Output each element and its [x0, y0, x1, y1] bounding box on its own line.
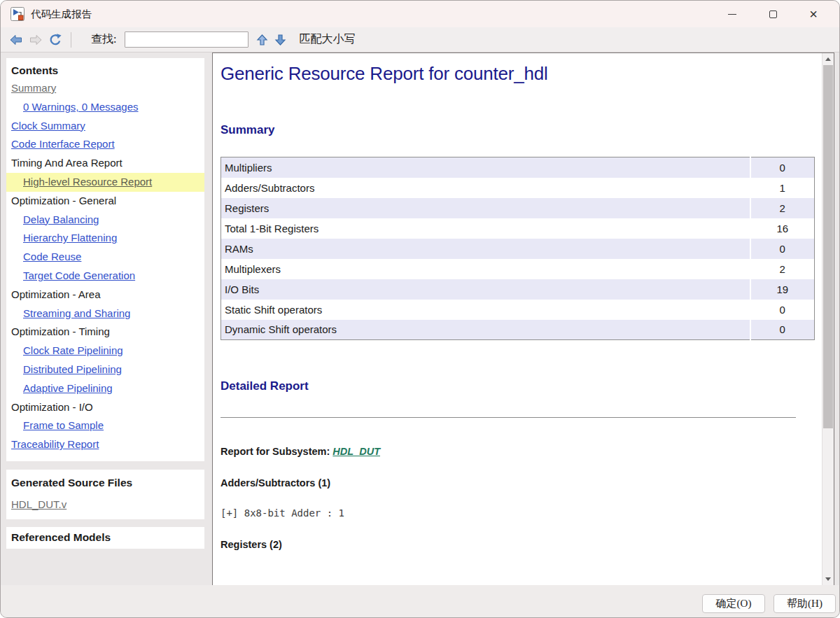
scrollbar-up-button[interactable] [822, 53, 834, 65]
sidebar-item-streaming-and-sharing[interactable]: Streaming and Sharing [6, 304, 204, 323]
sidebar-item-distributed-pipelining[interactable]: Distributed Pipelining [6, 360, 204, 379]
sidebar-item-delay-balancing[interactable]: Delay Balancing [6, 211, 204, 230]
sidebar-item-code-interface-report[interactable]: Code Interface Report [6, 135, 204, 154]
window-title: 代码生成报告 [31, 8, 92, 21]
summary-table-row: RAMs0 [221, 239, 815, 259]
sidebar-item-clock-rate-pipelining[interactable]: Clock Rate Pipelining [6, 342, 204, 360]
summary-table-row: Adders/Subtractors1 [221, 178, 815, 198]
match-case-toggle[interactable]: 匹配大小写 [299, 32, 355, 47]
back-button[interactable] [6, 30, 26, 50]
summary-table-row: Multiplexers2 [221, 259, 815, 279]
resource-value: 2 [750, 259, 815, 279]
sidebar-item-traceability-report[interactable]: Traceability Report [6, 435, 204, 454]
summary-table-row: I/O Bits19 [221, 279, 815, 300]
contents-nav-list: Summary0 Warnings, 0 MessagesClock Summa… [6, 79, 204, 454]
subsystem-link[interactable]: HDL_DUT [332, 446, 380, 457]
resource-value: 16 [750, 218, 815, 239]
resource-label: Registers [221, 198, 750, 218]
find-previous-button[interactable] [253, 31, 271, 49]
down-arrow-icon [274, 34, 286, 46]
sidebar-item-high-level-resource-report[interactable]: High-level Resource Report [6, 173, 204, 192]
find-input[interactable] [125, 31, 248, 48]
subsystem-label: Report for Subsystem: [220, 446, 330, 457]
summary-table-row: Multipliers0 [221, 157, 815, 178]
resource-label: RAMs [221, 239, 750, 259]
report-title: Generic Resource Report for counter_hdl [220, 63, 803, 85]
contents-title: Contents [6, 62, 204, 79]
help-button[interactable]: 帮助(H) [774, 594, 836, 613]
resource-label: Static Shift operators [221, 300, 750, 320]
close-button[interactable]: × [793, 1, 834, 27]
summary-table-row: Total 1-Bit Registers16 [221, 218, 815, 239]
sidebar-item-optimization-general: Optimization - General [6, 192, 204, 211]
divider [220, 417, 796, 418]
sidebar-item-target-code-generation[interactable]: Target Code Generation [6, 267, 204, 286]
detail-section-heading: Registers (2) [220, 539, 803, 550]
titlebar: 代码生成报告 × [1, 1, 839, 27]
generated-file-link[interactable]: HDL_DUT.v [11, 498, 66, 510]
resource-value: 0 [750, 300, 815, 320]
up-arrow-icon [256, 34, 268, 46]
resource-value: 0 [750, 320, 815, 340]
resource-label: Adders/Subtractors [221, 178, 750, 198]
detail-section-heading: Adders/Subtractors (1) [220, 477, 803, 489]
find-label: 查找: [91, 32, 116, 47]
scroll-down-icon [825, 577, 831, 581]
close-icon: × [809, 7, 818, 21]
find-toolbar: 查找: 匹配大小写 [1, 27, 839, 52]
resource-value: 1 [750, 178, 815, 198]
contents-panel: Contents Summary0 Warnings, 0 MessagesCl… [6, 58, 204, 461]
resource-value: 2 [750, 198, 815, 218]
resource-label: Total 1-Bit Registers [221, 218, 750, 239]
vertical-scrollbar[interactable] [822, 53, 834, 585]
scroll-up-icon [825, 57, 831, 61]
resource-label: Multiplexers [221, 259, 750, 279]
minimize-icon [728, 14, 736, 15]
summary-heading: Summary [220, 123, 803, 137]
resource-value: 19 [750, 279, 815, 300]
sidebar-item-timing-and-area-report: Timing And Area Report [6, 154, 204, 173]
simulink-app-icon [10, 7, 24, 21]
resource-value: 0 [750, 157, 815, 178]
subsystem-line: Report for Subsystem: HDL_DUT [220, 446, 803, 457]
sidebar-item-adaptive-pipelining[interactable]: Adaptive Pipelining [6, 379, 204, 398]
dialog-footer: 确定(O) 帮助(H) [1, 585, 839, 617]
sidebar-item-frame-to-sample[interactable]: Frame to Sample [6, 416, 204, 435]
sidebar-item-summary[interactable]: Summary [6, 79, 204, 98]
maximize-icon [769, 10, 777, 18]
window-controls: × [712, 1, 834, 27]
back-arrow-icon [9, 33, 23, 47]
summary-table: Multipliers0Adders/Subtractors1Registers… [220, 157, 815, 340]
detailed-report-heading: Detailed Report [220, 379, 803, 393]
summary-table-row: Registers2 [221, 198, 815, 218]
report-panel: Generic Resource Report for counter_hdl … [212, 52, 834, 586]
resource-label: Multipliers [221, 157, 750, 178]
sidebar-item-0-warnings-0-messages[interactable]: 0 Warnings, 0 Messages [6, 98, 204, 117]
generated-source-files-title: Generated Source Files [11, 477, 204, 489]
refresh-button[interactable] [46, 30, 65, 50]
referenced-models-title: Referenced Models [11, 531, 204, 544]
forward-arrow-icon [29, 33, 43, 47]
forward-button[interactable] [26, 30, 46, 50]
sidebar-item-hierarchy-flattening[interactable]: Hierarchy Flattening [6, 229, 204, 248]
code-generation-report-window: 代码生成报告 × [0, 0, 840, 618]
detail-sections: Adders/Subtractors (1)[+] 8x8-bit Adder … [220, 477, 803, 550]
resource-label: I/O Bits [221, 279, 750, 300]
toolbar-separator [71, 32, 71, 48]
summary-table-row: Static Shift operators0 [221, 300, 815, 320]
detail-section-entry: [+] 8x8-bit Adder : 1 [220, 507, 803, 519]
scrollbar-thumb[interactable] [823, 65, 833, 428]
scrollbar-down-button[interactable] [822, 573, 834, 585]
refresh-icon [48, 33, 62, 47]
generated-source-files-panel: Generated Source Files HDL_DUT.v [6, 470, 204, 519]
sidebar-item-code-reuse[interactable]: Code Reuse [6, 248, 204, 267]
resource-value: 0 [750, 239, 815, 259]
minimize-button[interactable] [712, 1, 752, 27]
sidebar-item-optimization-i-o: Optimization - I/O [6, 398, 204, 417]
ok-button[interactable]: 确定(O) [702, 594, 765, 613]
report-content: Generic Resource Report for counter_hdl … [213, 53, 821, 585]
sidebar-item-optimization-area: Optimization - Area [6, 286, 204, 304]
maximize-button[interactable] [752, 1, 793, 27]
find-next-button[interactable] [271, 31, 289, 49]
sidebar-item-clock-summary[interactable]: Clock Summary [6, 117, 204, 136]
